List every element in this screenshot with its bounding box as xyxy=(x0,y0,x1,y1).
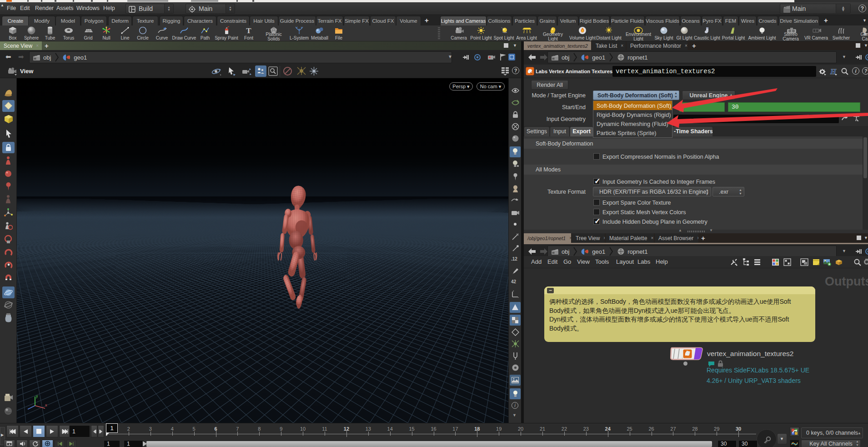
svg-text:x: x xyxy=(45,403,47,407)
svg-text:y: y xyxy=(36,394,38,398)
svg-text:T: T xyxy=(246,26,251,35)
